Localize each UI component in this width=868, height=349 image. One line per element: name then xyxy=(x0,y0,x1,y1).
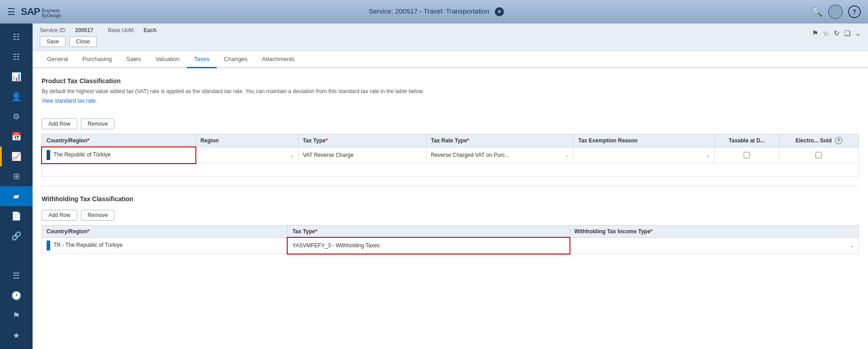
product-tax-title: Product Tax Classification xyxy=(42,77,859,85)
favorites-icon: ★ xyxy=(13,330,20,340)
electro-sold-checkbox[interactable] xyxy=(816,152,822,158)
hamburger-menu[interactable]: ☰ xyxy=(7,6,15,17)
wh-income-type-dropdown-arrow[interactable]: ⌄ xyxy=(850,243,854,248)
tax-rate-type-value: Reverse Charged VAT on Purc... xyxy=(431,152,509,158)
sidebar-item-reports[interactable]: 📊 xyxy=(0,67,33,87)
analytics-icon: 📈 xyxy=(11,151,21,161)
wh-tax-type-value: YASVMFEFY_3 - Withholding Taxes xyxy=(292,242,379,249)
taxable-at-d-checkbox[interactable] xyxy=(744,152,750,158)
wh-col-income-type: Withholding Tax Income Type* xyxy=(569,226,859,238)
home-icon: ☷ xyxy=(13,32,20,42)
action-buttons: Save Close xyxy=(40,36,861,47)
tab-sales[interactable]: Sales xyxy=(119,51,148,68)
product-tax-type-cell: VAT Reverse Charge xyxy=(298,147,426,163)
sidebar-item-time[interactable]: 🕐 xyxy=(0,286,33,306)
wh-col-country-region: Country/Region* xyxy=(42,226,288,238)
tab-changes[interactable]: Changes xyxy=(217,51,255,68)
time-icon: 🕐 xyxy=(11,291,21,301)
dashboard-icon: ☷ xyxy=(13,52,20,62)
sidebar-item-flags[interactable]: ⚑ xyxy=(0,306,33,325)
header-actions: 🔍 ? xyxy=(811,5,861,19)
tabs: General Purchasing Sales Valuation Taxes… xyxy=(33,51,868,68)
withholding-tax-title: Withholding Tax Classification xyxy=(42,195,859,203)
sidebar-item-calendar[interactable]: 📅 xyxy=(0,127,33,146)
main-content: Product Tax Classification By default th… xyxy=(33,68,868,349)
expand-icon[interactable]: ❏ xyxy=(844,29,850,38)
tax-type-value: VAT Reverse Charge xyxy=(303,152,354,158)
content-area: Service ID: 200517 Base UoM: Each Save C… xyxy=(33,24,868,349)
sidebar-item-favorites[interactable]: ★ xyxy=(0,325,33,345)
product-tax-region-cell[interactable]: ⌄ xyxy=(195,147,298,163)
header-title-text: Service: 200517 - Travel: Transportation xyxy=(369,7,489,15)
sub-header: Service ID: 200517 Base UoM: Each Save C… xyxy=(33,24,868,51)
tab-purchasing[interactable]: Purchasing xyxy=(75,51,119,68)
product-tax-remove-button[interactable]: Remove xyxy=(81,118,115,129)
product-tax-section: Product Tax Classification By default th… xyxy=(42,77,859,177)
tab-general[interactable]: General xyxy=(40,51,75,68)
sidebar-item-dashboard[interactable]: ☷ xyxy=(0,47,33,67)
chevron-down-icon[interactable]: ⌄ xyxy=(855,29,861,38)
wh-income-type-cell[interactable]: ⌄ xyxy=(569,238,859,254)
sidebar: ☷ ☷ 📊 👤 ⚙ 📅 📈 ⊞ ▰ 📄 🔗 ☰ 🕐 ⚑ ★ xyxy=(0,24,33,349)
product-tax-add-row-button[interactable]: Add Row xyxy=(42,118,77,129)
sidebar-item-grid[interactable]: ⊞ xyxy=(0,166,33,186)
links-icon: 🔗 xyxy=(11,231,21,241)
close-button[interactable]: Close xyxy=(69,36,97,47)
sidebar-item-documents[interactable]: 📄 xyxy=(0,206,33,226)
user-avatar[interactable] xyxy=(828,5,843,19)
sub-header-info: Service ID: 200517 Base UoM: Each xyxy=(40,27,861,33)
sidebar-item-products[interactable]: ▰ xyxy=(0,186,33,206)
flag-icon[interactable]: ⚑ xyxy=(812,29,818,38)
person-icon: 👤 xyxy=(11,92,21,102)
withholding-tax-table: Country/Region* Tax Type* Withholding Ta… xyxy=(42,225,859,254)
grid-icon: ⊞ xyxy=(13,171,20,181)
col-electro-sold: Electro... Sold ? xyxy=(779,134,859,147)
country-value: The Republic of Türkiye xyxy=(53,151,111,158)
sidebar-item-operations[interactable]: ⚙ xyxy=(0,107,33,127)
product-tax-table-buttons: Add Row Remove xyxy=(42,118,859,129)
documents-icon: 📄 xyxy=(11,211,21,221)
help-icon[interactable]: ? xyxy=(848,5,861,18)
wh-tax-type-cell: YASVMFEFY_3 - Withholding Taxes xyxy=(288,238,569,254)
base-uom-value: Each xyxy=(143,27,157,33)
product-tax-rate-type-cell[interactable]: Reverse Charged VAT on Purc... ⌄ xyxy=(426,147,574,163)
tab-attachments[interactable]: Attachments xyxy=(255,51,302,68)
base-uom-label: Base UoM: xyxy=(108,27,135,33)
sidebar-item-links[interactable]: 🔗 xyxy=(0,226,33,246)
col-tax-exemption-reason: Tax Exemption Reason xyxy=(574,134,715,147)
tax-rate-type-dropdown-arrow[interactable]: ⌄ xyxy=(565,153,569,158)
wh-country-value: TR - The Republic of Türkiye xyxy=(53,242,123,248)
withholding-tax-table-buttons: Add Row Remove xyxy=(42,210,859,221)
view-standard-tax-link[interactable]: View standard tax rate. xyxy=(42,98,97,104)
tab-taxes[interactable]: Taxes xyxy=(187,51,217,68)
calendar-icon: 📅 xyxy=(11,132,21,141)
withholding-tax-section: Withholding Tax Classification Add Row R… xyxy=(42,195,859,254)
wh-col-tax-type: Tax Type* xyxy=(288,226,569,238)
region-dropdown-arrow[interactable]: ⌄ xyxy=(290,153,294,158)
electro-sold-help-icon[interactable]: ? xyxy=(835,137,842,144)
save-button[interactable]: Save xyxy=(40,36,66,47)
service-id-value: 200517 xyxy=(75,27,93,33)
sidebar-item-home[interactable]: ☷ xyxy=(0,27,33,47)
sidebar-item-list[interactable]: ☰ xyxy=(0,266,33,286)
search-icon[interactable]: 🔍 xyxy=(811,6,823,17)
product-tax-empty-row xyxy=(42,163,859,177)
flags-icon: ⚑ xyxy=(13,311,20,321)
product-tax-country-cell: The Republic of Türkiye xyxy=(42,147,196,163)
wh-country-cell: TR - The Republic of Türkiye xyxy=(42,238,288,254)
star-icon[interactable]: ☆ xyxy=(823,29,829,38)
refresh-icon[interactable]: ↻ xyxy=(834,29,840,38)
header-close-button[interactable]: ✕ xyxy=(495,7,504,16)
sidebar-item-person[interactable]: 👤 xyxy=(0,87,33,107)
product-tax-taxable-cell xyxy=(715,147,779,163)
tax-exemption-dropdown-arrow[interactable]: ⌄ xyxy=(706,153,710,158)
product-tax-desc: By default the highest value added tax (… xyxy=(42,88,859,94)
withholding-add-row-button[interactable]: Add Row xyxy=(42,210,77,221)
sidebar-item-analytics[interactable]: 📈 xyxy=(0,146,33,166)
product-tax-exemption-cell[interactable]: ⌄ xyxy=(574,147,715,163)
product-tax-table: Country/Region* Region Tax Type* Tax Rat… xyxy=(42,134,859,177)
withholding-remove-button[interactable]: Remove xyxy=(81,210,115,221)
top-header: ☰ SAP BusinessByDesign Service: 200517 -… xyxy=(0,0,868,24)
tab-valuation[interactable]: Valuation xyxy=(148,51,187,68)
service-id-label: Service ID: xyxy=(40,27,66,33)
